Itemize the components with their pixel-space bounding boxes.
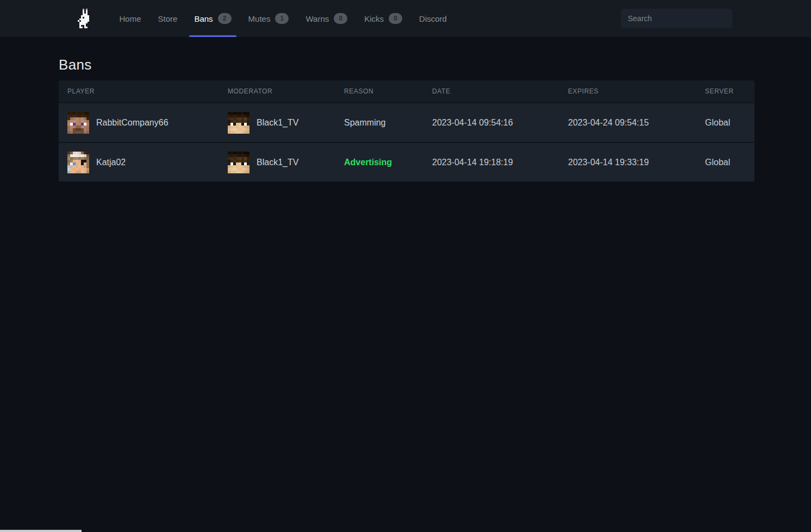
horizontal-scrollbar-thumb[interactable] bbox=[0, 530, 82, 532]
bunny-logo-icon[interactable] bbox=[78, 9, 92, 28]
table-row[interactable]: Katja02 Black1_TV Advertising 2023-04-14… bbox=[59, 142, 754, 181]
nav-item-label: Mutes bbox=[248, 14, 271, 23]
nav-item-warns[interactable]: Warns 0 bbox=[297, 0, 356, 37]
nav-item-label: Store bbox=[158, 14, 178, 23]
nav-item-home[interactable]: Home bbox=[111, 0, 149, 37]
ban-server: Global bbox=[705, 118, 746, 128]
nav-item-discord[interactable]: Discord bbox=[411, 0, 456, 37]
top-navbar: Home Store Bans 2 Mutes 1 Warns 0 Kicks … bbox=[0, 0, 811, 37]
ban-expires: 2023-04-14 19:33:19 bbox=[568, 158, 705, 167]
nav-item-label: Bans bbox=[194, 14, 213, 23]
moderator-avatar bbox=[228, 152, 249, 173]
ban-reason: Advertising bbox=[344, 158, 432, 167]
nav-item-bans[interactable]: Bans 2 bbox=[186, 0, 240, 37]
nav-item-store[interactable]: Store bbox=[149, 0, 186, 37]
column-header-reason: REASON bbox=[344, 87, 432, 95]
column-header-date: DATE bbox=[432, 87, 568, 95]
ban-date: 2023-04-14 09:54:16 bbox=[432, 118, 568, 128]
player-name: RabbitCompany66 bbox=[96, 118, 169, 128]
nav-item-kicks[interactable]: Kicks 0 bbox=[356, 0, 411, 37]
player-avatar bbox=[67, 152, 89, 173]
column-header-player: PLAYER bbox=[67, 87, 228, 95]
column-header-expires: EXPIRES bbox=[568, 87, 705, 95]
bans-table: PLAYER MODERATOR REASON DATE EXPIRES SER… bbox=[59, 80, 754, 181]
nav-item-label: Discord bbox=[419, 14, 447, 23]
search-input[interactable] bbox=[621, 9, 732, 28]
nav-item-label: Warns bbox=[305, 14, 329, 23]
column-header-server: SERVER bbox=[705, 87, 746, 95]
nav-item-mutes[interactable]: Mutes 1 bbox=[240, 0, 297, 37]
ban-expires: 2023-04-24 09:54:15 bbox=[568, 118, 705, 128]
main-content: Bans PLAYER MODERATOR REASON DATE EXPIRE… bbox=[0, 37, 811, 181]
page-title: Bans bbox=[59, 37, 754, 73]
main-nav: Home Store Bans 2 Mutes 1 Warns 0 Kicks … bbox=[111, 0, 455, 37]
nav-item-label: Home bbox=[120, 14, 141, 23]
table-header-row: PLAYER MODERATOR REASON DATE EXPIRES SER… bbox=[59, 80, 754, 102]
moderator-cell: Black1_TV bbox=[228, 112, 344, 134]
player-avatar bbox=[67, 112, 89, 134]
player-cell: Katja02 bbox=[67, 152, 228, 173]
column-header-moderator: MODERATOR bbox=[228, 87, 344, 95]
ban-server: Global bbox=[705, 158, 746, 167]
bans-count-badge: 2 bbox=[218, 13, 232, 24]
moderator-avatar bbox=[228, 112, 249, 134]
active-tab-underline bbox=[189, 35, 236, 37]
nav-item-label: Kicks bbox=[364, 14, 384, 23]
mutes-count-badge: 1 bbox=[275, 13, 289, 24]
moderator-name: Black1_TV bbox=[257, 118, 298, 128]
moderator-name: Black1_TV bbox=[257, 158, 298, 167]
ban-date: 2023-04-14 19:18:19 bbox=[432, 158, 568, 167]
player-cell: RabbitCompany66 bbox=[67, 112, 228, 134]
player-name: Katja02 bbox=[96, 158, 126, 167]
ban-reason: Spamming bbox=[344, 118, 432, 128]
warns-count-badge: 0 bbox=[334, 13, 347, 24]
table-row[interactable]: RabbitCompany66 Black1_TV Spamming 2023-… bbox=[59, 102, 754, 142]
kicks-count-badge: 0 bbox=[389, 13, 402, 24]
moderator-cell: Black1_TV bbox=[228, 152, 344, 173]
